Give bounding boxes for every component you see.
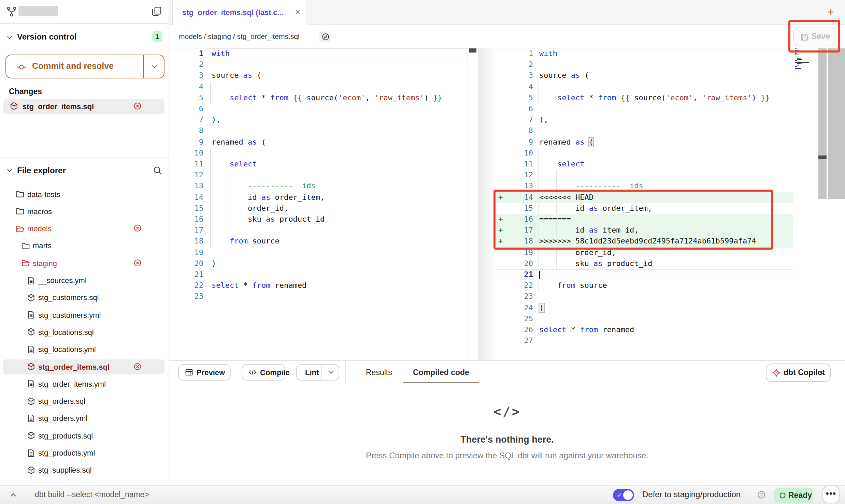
code-line[interactable]: 4 — [169, 81, 468, 92]
file-row-stg_order_items.sql[interactable]: stg_order_items.sql — [3, 359, 164, 374]
code-line[interactable]: 8 — [169, 126, 468, 137]
left-editor-scrollbar[interactable] — [469, 48, 476, 52]
code-line[interactable]: 23 — [496, 292, 818, 302]
code-line[interactable]: 1with — [169, 48, 468, 59]
code-line[interactable]: 12 — [169, 170, 468, 181]
preview-button[interactable]: Preview — [178, 364, 231, 381]
close-icon[interactable]: × — [295, 0, 300, 25]
editor-working[interactable]: 1with23source as (45 select * from {{ so… — [496, 48, 818, 360]
minimap[interactable] — [795, 48, 818, 76]
discard-change-icon[interactable] — [133, 362, 142, 371]
code-line[interactable]: 16 sku as product_id — [169, 214, 468, 225]
code-line[interactable]: 5 select * from {{ source('ecom', 'raw_i… — [496, 93, 818, 104]
code-line[interactable]: 27 — [496, 336, 818, 346]
search-icon[interactable] — [153, 166, 162, 175]
dbt-copilot-button[interactable]: dbt Copilot — [766, 363, 831, 382]
file-row-stg_supplies.sql[interactable]: stg_supplies.sql — [3, 463, 164, 478]
file-row-stg_products.yml[interactable]: stg_products.yml — [3, 445, 164, 460]
code-line[interactable]: +14<<<<<<< HEAD — [496, 192, 818, 203]
code-line[interactable]: +16======= — [496, 214, 818, 225]
code-line[interactable]: 2 — [496, 59, 818, 70]
file-row-stg_customers.sql[interactable]: stg_customers.sql — [3, 290, 164, 305]
code-line[interactable]: 10 — [169, 148, 468, 159]
code-line[interactable]: 6 — [169, 104, 468, 115]
code-line[interactable]: 13 ---------- ids — [169, 181, 468, 192]
file-row-staging[interactable]: staging — [3, 255, 164, 270]
defer-toggle[interactable]: ✓ — [613, 489, 634, 501]
code-line[interactable]: 4 — [496, 81, 818, 92]
code-line[interactable]: 11 select — [496, 159, 818, 170]
file-row-stg_orders.sql[interactable]: stg_orders.sql — [3, 394, 164, 409]
code-line[interactable]: 7), — [496, 115, 818, 125]
editor-scrollbar-thumb[interactable] — [818, 155, 827, 159]
command-input[interactable]: dbt build --select <model_name> — [35, 486, 149, 504]
file-row-stg_order_items.yml[interactable]: stg_order_items.yml — [3, 376, 164, 391]
code-line[interactable]: 6 — [496, 104, 818, 115]
code-line[interactable]: 20 sku as product_id — [496, 258, 818, 269]
code-line[interactable]: 14 id as order_item, — [169, 192, 468, 203]
editor-scrollbar-track[interactable] — [818, 48, 827, 199]
code-line[interactable]: 17 — [169, 225, 468, 236]
code-line[interactable]: 22 from source — [496, 280, 818, 291]
tab-compiled-code[interactable]: Compiled code — [413, 361, 469, 384]
changed-file-row[interactable]: stg_order_items.sql — [3, 99, 164, 114]
code-line[interactable]: 11 select — [169, 159, 468, 170]
overflow-menu-button[interactable]: ••• — [822, 486, 840, 503]
code-line[interactable]: 19 — [169, 247, 468, 258]
file-row-stg_products.sql[interactable]: stg_products.sql — [3, 428, 164, 443]
code-line[interactable]: 25 — [496, 314, 818, 325]
file-row-data-tests[interactable]: data-tests — [3, 187, 164, 202]
code-line[interactable]: 3source as ( — [169, 71, 468, 81]
copy-icon[interactable] — [152, 6, 162, 16]
discard-change-icon[interactable] — [133, 224, 142, 233]
code-line[interactable]: 7), — [169, 115, 468, 125]
code-line[interactable]: 15 id as order_item, — [496, 203, 818, 214]
file-row-models[interactable]: models — [3, 221, 164, 236]
code-line[interactable]: 21 — [496, 269, 818, 280]
code-line[interactable]: 10 — [496, 148, 818, 159]
code-line[interactable]: 9renamed as ( — [496, 137, 818, 148]
code-line[interactable]: 15 order_id, — [169, 203, 468, 214]
editor-original[interactable]: 1with23source as (45 select * from {{ so… — [169, 48, 468, 360]
file-row-macros[interactable]: macros — [3, 204, 164, 219]
file-row-__sources.yml[interactable]: __sources.yml — [3, 273, 164, 288]
code-line[interactable]: 23 — [169, 292, 468, 302]
code-line[interactable]: 21 — [169, 269, 468, 280]
discard-change-icon[interactable] — [133, 102, 142, 110]
code-line[interactable]: 13 ---------- ids — [496, 181, 818, 192]
lint-options-chevron-icon[interactable] — [328, 369, 334, 376]
code-line[interactable]: 1with — [496, 48, 818, 59]
lineage-compass-icon[interactable] — [319, 31, 331, 42]
code-line[interactable]: 5 select * from {{ source('ecom', 'raw_i… — [169, 93, 468, 104]
help-icon[interactable]: ? — [757, 490, 766, 499]
tab-stg-order-items[interactable]: stg_order_items.sql (last c... × — [172, 0, 306, 25]
code-line[interactable]: 3source as ( — [496, 71, 818, 81]
code-line[interactable]: 2 — [169, 59, 468, 70]
compile-button[interactable]: Compile — [242, 364, 285, 381]
code-line[interactable]: +17 id as item_id, — [496, 225, 818, 236]
code-line[interactable]: +18>>>>>>> 58c1dd23d5eebd9cd2495fa7124ab… — [496, 236, 818, 247]
code-line[interactable]: 26select * from renamed — [496, 325, 818, 336]
code-line[interactable]: 20) — [169, 258, 468, 269]
code-line[interactable]: 9renamed as ( — [169, 137, 468, 148]
file-row-stg_customers.yml[interactable]: stg_customers.yml — [3, 307, 164, 322]
file-row-stg_orders.yml[interactable]: stg_orders.yml — [3, 411, 164, 426]
file-row-stg_locations.yml[interactable]: stg_locations.yml — [3, 342, 164, 357]
code-line[interactable]: 19 order_id, — [496, 247, 818, 258]
file-row-marts[interactable]: marts — [3, 238, 164, 253]
code-line[interactable]: 22select * from renamed — [169, 280, 468, 291]
new-tab-button[interactable]: + — [828, 0, 834, 25]
code-line[interactable]: 24) — [496, 302, 818, 313]
chevron-up-icon[interactable] — [10, 491, 17, 499]
chevron-down-icon[interactable] — [6, 167, 13, 174]
discard-change-icon[interactable] — [133, 258, 142, 267]
save-button[interactable]: Save — [793, 27, 835, 46]
code-line[interactable]: 12 — [496, 170, 818, 181]
chevron-down-icon[interactable] — [6, 34, 13, 41]
code-line[interactable]: 8 — [496, 126, 818, 137]
tab-results[interactable]: Results — [366, 361, 392, 384]
file-row-stg_locations.sql[interactable]: stg_locations.sql — [3, 325, 164, 340]
commit-and-resolve-button[interactable]: Commit and resolve — [5, 55, 164, 78]
commit-options-chevron-icon[interactable] — [151, 63, 158, 70]
lint-button[interactable]: Lint — [296, 364, 339, 381]
